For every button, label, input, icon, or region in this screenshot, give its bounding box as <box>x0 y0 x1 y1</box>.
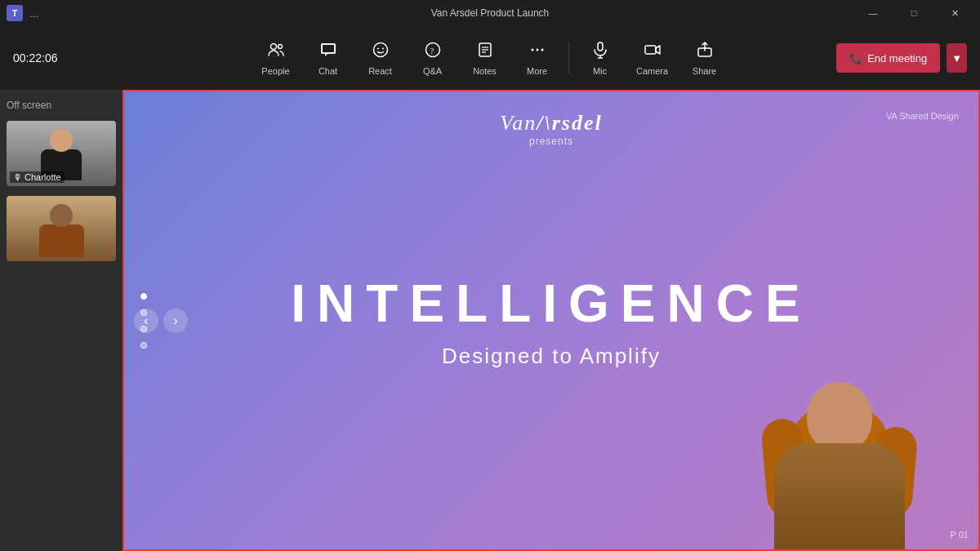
charlotte-name-tag: 🎙 Charlotte <box>10 171 65 183</box>
svg-point-12 <box>531 48 533 51</box>
participant-charlotte-thumb[interactable]: 🎙 Charlotte <box>7 121 116 186</box>
window-controls: — □ ✕ <box>854 0 973 26</box>
svg-point-3 <box>373 42 387 56</box>
react-button[interactable]: React <box>356 33 405 82</box>
svg-rect-18 <box>645 46 656 54</box>
chat-label: Chat <box>318 66 337 76</box>
offscreen-label: Off screen <box>7 96 116 114</box>
maximize-button[interactable]: □ <box>895 0 933 26</box>
camera-label: Camera <box>636 66 668 76</box>
presentation-area: ‹ › Van/\rsdel presents VA Shared Design… <box>122 90 980 551</box>
react-icon <box>372 41 390 63</box>
end-meeting-chevron[interactable]: ▼ <box>947 43 967 73</box>
slide-main-content: INTELLIGENCE Designed to Amplify <box>291 273 811 368</box>
slide-logo: Van/\rsdel presents <box>500 111 602 147</box>
svg-text:?: ? <box>430 45 434 55</box>
toolbar-center: People Chat React ? Q&A Notes <box>252 33 729 82</box>
window-title: Van Arsdel Product Launch <box>431 7 550 19</box>
more-label: More <box>527 66 547 76</box>
more-button[interactable]: More <box>513 33 562 82</box>
main-content: Off screen 🎙 Charlotte <box>0 90 980 551</box>
slide-dot-4[interactable] <box>140 342 147 349</box>
svg-point-13 <box>536 48 538 51</box>
people-button[interactable]: People <box>252 33 301 82</box>
camera-button[interactable]: Camera <box>628 33 677 82</box>
charlotte-name: Charlotte <box>24 172 61 182</box>
mic-button[interactable]: Mic <box>576 33 625 82</box>
slide-headline: INTELLIGENCE <box>291 273 811 333</box>
chevron-right-icon: › <box>173 313 177 328</box>
titlebar: T ... Van Arsdel Product Launch — □ ✕ <box>0 0 980 26</box>
notes-button[interactable]: Notes <box>461 33 510 82</box>
teams-icon: T <box>7 5 23 21</box>
mic-label: Mic <box>593 66 607 76</box>
slide-logo-sub: presents <box>500 136 602 147</box>
titlebar-left: T ... <box>7 5 38 21</box>
presenter-overlay <box>750 353 929 549</box>
toolbar-right: 📞 End meeting ▼ <box>836 43 967 73</box>
slide-subheadline: Designed to Amplify <box>291 343 811 368</box>
chevron-down-icon: ▼ <box>951 52 962 64</box>
qa-label: Q&A <box>423 66 442 76</box>
slide-watermark: VA Shared Design <box>886 111 959 121</box>
camera-icon <box>644 41 662 63</box>
close-button[interactable]: ✕ <box>936 0 973 26</box>
svg-rect-2 <box>322 44 335 53</box>
share-label: Share <box>693 66 716 76</box>
qa-icon: ? <box>424 41 442 63</box>
end-phone-icon: 📞 <box>849 52 862 64</box>
svg-point-5 <box>382 47 384 49</box>
qa-button[interactable]: ? Q&A <box>408 33 457 82</box>
svg-point-4 <box>377 47 379 49</box>
participant-2-thumb[interactable] <box>7 196 116 261</box>
react-label: React <box>368 66 392 76</box>
people-label: People <box>261 66 289 76</box>
mic-icon <box>591 41 609 63</box>
end-meeting-button[interactable]: 📞 End meeting <box>836 43 940 73</box>
share-button[interactable]: Share <box>680 33 729 82</box>
charlotte-mic-icon: 🎙 <box>13 172 22 182</box>
chevron-left-icon: ‹ <box>144 313 148 328</box>
toolbar-left: 00:22:06 <box>13 51 58 64</box>
more-icon <box>528 41 546 63</box>
meeting-toolbar: 00:22:06 People Chat React ? Q&A <box>0 26 980 90</box>
chat-button[interactable]: Chat <box>304 33 353 82</box>
titlebar-dots[interactable]: ... <box>29 7 38 20</box>
slide-dot-1[interactable] <box>140 293 147 300</box>
share-icon <box>696 41 714 63</box>
participants-sidebar: Off screen 🎙 Charlotte <box>0 90 122 551</box>
chat-icon <box>319 41 337 63</box>
notes-label: Notes <box>473 66 497 76</box>
svg-point-1 <box>278 44 282 48</box>
slide-logo-text: Van/\rsdel <box>500 111 602 136</box>
notes-icon <box>476 41 494 63</box>
toolbar-divider <box>568 42 569 74</box>
svg-point-14 <box>541 48 543 51</box>
minimize-button[interactable]: — <box>854 0 892 26</box>
svg-point-0 <box>270 43 276 49</box>
meeting-timer: 00:22:06 <box>13 51 58 64</box>
end-meeting-label: End meeting <box>867 52 927 64</box>
slide-page-number: P 01 <box>951 530 969 540</box>
slide-prev-button[interactable]: ‹ <box>134 309 158 333</box>
slide-next-button[interactable]: › <box>163 309 188 333</box>
people-icon <box>267 41 285 63</box>
svg-rect-15 <box>598 42 603 51</box>
